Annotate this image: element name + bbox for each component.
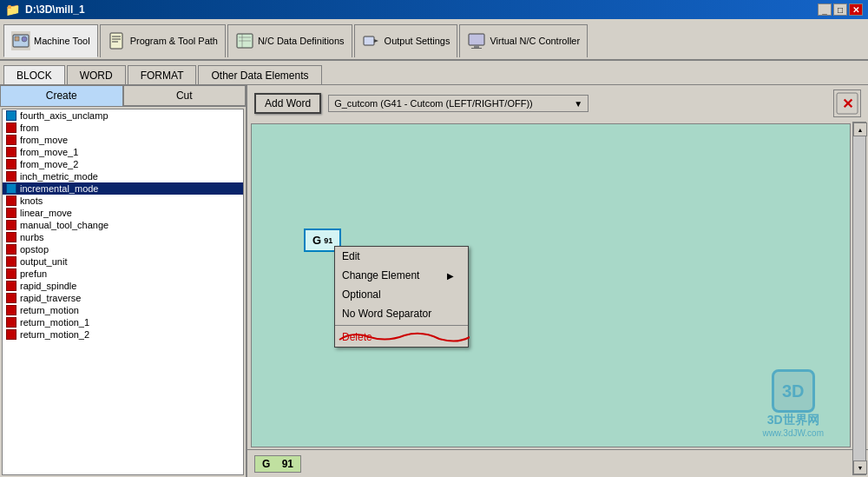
list-item[interactable]: knots: [3, 195, 243, 207]
close-button[interactable]: ✕: [849, 3, 863, 16]
tab-output-settings[interactable]: Output Settings: [354, 24, 458, 57]
svg-rect-13: [469, 34, 484, 45]
list-item[interactable]: manual_tool_change: [3, 219, 243, 231]
delete-button[interactable]: ✕: [833, 89, 861, 117]
tab-block[interactable]: BLOCK: [3, 65, 65, 84]
list-item-label: from_move: [20, 135, 68, 145]
context-menu: Edit Change Element ▶ Optional No Word S…: [334, 246, 469, 348]
list-item-label: rapid_spindle: [20, 281, 76, 291]
list-item-label: nurbs: [20, 232, 44, 242]
add-word-button[interactable]: Add Word: [254, 93, 321, 114]
virtual-nc-icon: [467, 31, 486, 50]
list-item-icon: [6, 317, 16, 328]
maximize-button[interactable]: □: [833, 3, 847, 16]
svg-rect-11: [364, 36, 374, 45]
ctx-no-word-separator[interactable]: No Word Separator: [335, 304, 468, 323]
list-item[interactable]: prefun: [3, 268, 243, 280]
watermark: 3D 3D世界网 www.3dJW.com: [762, 369, 824, 438]
titlebar-controls: _ □ ✕: [818, 3, 863, 16]
list-item-icon: [6, 171, 16, 182]
list-item-label: return_motion_2: [20, 329, 89, 340]
bottom-bar: G 91: [247, 449, 868, 477]
left-panel-list: fourth_axis_unclampfromfrom_movefrom_mov…: [2, 109, 244, 475]
list-item-label: opstop: [20, 244, 49, 255]
list-item-label: return_motion_1: [20, 317, 89, 328]
svg-rect-3: [110, 33, 122, 49]
watermark-text2: www.3dJW.com: [762, 428, 824, 438]
program-tool-label: Program & Tool Path: [130, 36, 218, 46]
tab-machine-tool[interactable]: Machine Tool: [3, 24, 98, 57]
program-tool-icon: [108, 31, 127, 50]
list-item[interactable]: inch_metric_mode: [3, 170, 243, 182]
output-settings-icon: [362, 31, 381, 50]
list-item-icon: [6, 123, 16, 133]
ctx-change-element[interactable]: Change Element ▶: [335, 266, 468, 285]
list-item[interactable]: from: [3, 122, 243, 134]
g91-superscript: 91: [324, 236, 332, 245]
list-item-icon: [6, 183, 16, 194]
create-button[interactable]: Create: [0, 85, 123, 106]
submenu-arrow-icon: ▶: [447, 271, 454, 281]
list-item-icon: [6, 293, 16, 303]
list-item-label: from: [20, 123, 39, 133]
list-item-icon: [6, 305, 16, 315]
list-item[interactable]: nurbs: [3, 231, 243, 243]
list-item-label: prefun: [20, 268, 47, 279]
tab-virtual-nc[interactable]: Virtual N/C Controller: [459, 24, 588, 57]
list-item[interactable]: output_unit: [3, 255, 243, 268]
list-item[interactable]: rapid_spindle: [3, 280, 243, 292]
nc-data-icon: [235, 31, 254, 50]
tab-nc-data[interactable]: N/C Data Definitions: [227, 24, 352, 57]
list-item[interactable]: incremental_mode: [3, 182, 243, 195]
tab-other-data[interactable]: Other Data Elements: [198, 65, 321, 84]
list-item-label: rapid_traverse: [20, 293, 81, 303]
ctx-optional[interactable]: Optional: [335, 285, 468, 304]
svg-rect-15: [471, 48, 482, 49]
list-item-label: output_unit: [20, 256, 67, 267]
nc-data-label: N/C Data Definitions: [258, 36, 345, 46]
left-panel: Create Cut fourth_axis_unclampfromfrom_m…: [0, 85, 247, 477]
ctx-edit[interactable]: Edit: [335, 247, 468, 266]
word-dropdown[interactable]: G_cutcom (G41 - Cutcom (LEFT/RIGHT/OFF))…: [328, 95, 589, 112]
svg-point-2: [22, 36, 27, 42]
left-panel-header: Create Cut: [0, 85, 246, 107]
list-item[interactable]: fourth_axis_unclamp: [3, 109, 243, 122]
list-item-icon: [6, 268, 16, 279]
list-item-icon: [6, 256, 16, 267]
machine-tool-icon: [11, 31, 30, 50]
minimize-button[interactable]: _: [818, 3, 832, 16]
list-item[interactable]: rapid_traverse: [3, 292, 243, 304]
main-toolbar: Machine Tool Program & Tool Path N/C Dat…: [0, 19, 868, 61]
list-item-icon: [6, 329, 16, 340]
canvas-area: G91 Edit Change Element ▶ Optional No Wo…: [251, 123, 851, 447]
virtual-nc-label: Virtual N/C Controller: [490, 36, 580, 46]
list-item-label: manual_tool_change: [20, 220, 108, 230]
list-item[interactable]: return_motion_2: [3, 328, 243, 341]
list-item-label: linear_move: [20, 208, 72, 218]
list-item-icon: [6, 208, 16, 218]
cut-button[interactable]: Cut: [123, 85, 247, 106]
list-item-icon: [6, 220, 16, 230]
list-item-icon: [6, 195, 16, 206]
list-item-label: inch_metric_mode: [20, 171, 98, 182]
tab-word[interactable]: WORD: [67, 65, 126, 84]
list-item-icon: [6, 159, 16, 169]
list-item[interactable]: from_move: [3, 134, 243, 146]
list-item[interactable]: from_move_1: [3, 146, 243, 158]
list-item[interactable]: return_motion: [3, 304, 243, 316]
right-scrollbar[interactable]: ▲ ▼: [852, 122, 866, 475]
list-item[interactable]: from_move_2: [3, 158, 243, 170]
tab-format[interactable]: FORMAT: [128, 65, 197, 84]
ctx-delete[interactable]: Delete: [335, 328, 468, 347]
scroll-down-button[interactable]: ▼: [853, 460, 867, 474]
list-item[interactable]: linear_move: [3, 207, 243, 219]
titlebar: 📁 D:\3D\mill_1 _ □ ✕: [0, 0, 868, 19]
list-item[interactable]: return_motion_1: [3, 316, 243, 328]
tab-program-tool-path[interactable]: Program & Tool Path: [100, 24, 226, 57]
ctx-separator: [335, 325, 468, 326]
bottom-cell: G 91: [254, 455, 301, 473]
titlebar-icon: 📁: [5, 3, 20, 17]
list-item-label: incremental_mode: [20, 183, 99, 194]
list-item[interactable]: opstop: [3, 243, 243, 255]
scroll-up-button[interactable]: ▲: [853, 123, 867, 136]
